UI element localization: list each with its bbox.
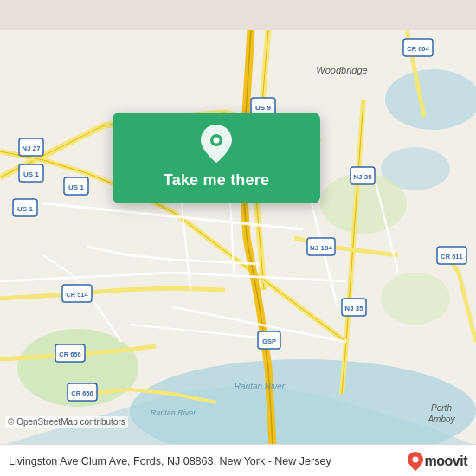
moovit-pin-icon [408, 452, 423, 471]
svg-point-6 [381, 273, 450, 325]
svg-text:US 1: US 1 [23, 170, 39, 178]
svg-text:US 1: US 1 [68, 183, 84, 191]
map-background: US 1 US 1 US 1 NJ 27 US 9 NJ 35 NJ 35 NJ… [0, 0, 476, 476]
svg-text:Amboy: Amboy [427, 415, 455, 424]
osm-credit: © OpenStreetMap contributors [5, 416, 128, 428]
svg-text:NJ 35: NJ 35 [344, 305, 363, 312]
svg-point-41 [214, 138, 220, 144]
svg-text:Raritan River: Raritan River [151, 408, 197, 417]
take-me-there-button[interactable]: Take me there [164, 171, 269, 190]
svg-text:NJ 184: NJ 184 [310, 244, 332, 252]
svg-text:NJ 35: NJ 35 [353, 173, 372, 181]
moovit-logo: moovit [408, 452, 467, 471]
svg-text:Perth: Perth [431, 403, 452, 413]
svg-text:CR 656: CR 656 [59, 351, 80, 358]
svg-text:NJ 27: NJ 27 [22, 145, 41, 152]
take-me-there-overlay[interactable]: Take me there [113, 113, 320, 203]
svg-text:Raritan River: Raritan River [235, 382, 286, 391]
map-container: US 1 US 1 US 1 NJ 27 US 9 NJ 35 NJ 35 NJ… [0, 0, 476, 476]
bottom-bar: Livingston Ave Clum Ave, Fords, NJ 08863… [0, 444, 476, 476]
svg-point-42 [412, 457, 418, 463]
svg-text:CR 656: CR 656 [71, 389, 93, 397]
svg-text:US 9: US 9 [255, 104, 271, 112]
svg-text:CR 611: CR 611 [441, 253, 462, 261]
svg-text:CR 604: CR 604 [407, 45, 429, 53]
svg-text:GSP: GSP [262, 338, 276, 345]
svg-point-2 [385, 69, 476, 130]
svg-text:US 1: US 1 [17, 205, 33, 213]
address-text: Livingston Ave Clum Ave, Fords, NJ 08863… [9, 454, 408, 469]
location-pin-icon [201, 125, 232, 166]
moovit-text: moovit [425, 453, 467, 469]
svg-text:Woodbridge: Woodbridge [316, 65, 367, 75]
svg-text:CR 514: CR 514 [66, 291, 88, 299]
